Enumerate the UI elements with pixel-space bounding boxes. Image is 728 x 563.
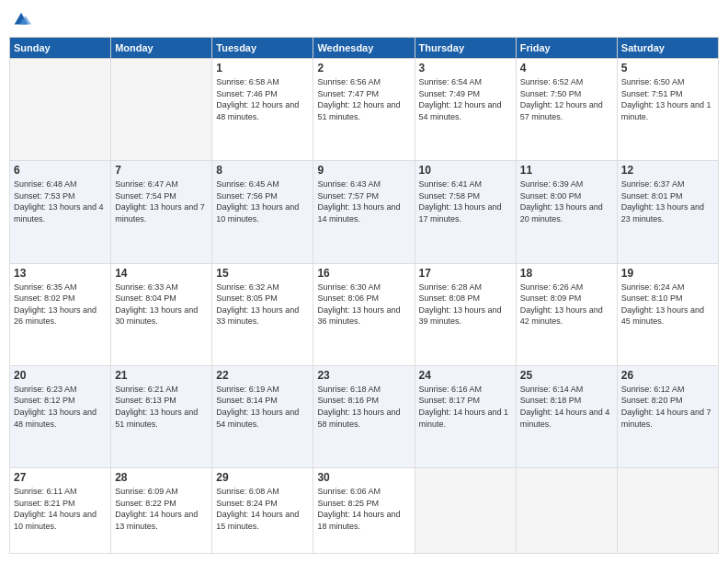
day-number: 9 — [317, 164, 410, 177]
day-info: Sunrise: 6:32 AMSunset: 8:05 PMDaylight:… — [216, 282, 309, 327]
day-info: Sunrise: 6:09 AMSunset: 8:22 PMDaylight:… — [115, 486, 208, 532]
day-info: Sunrise: 6:16 AMSunset: 8:17 PMDaylight:… — [419, 384, 512, 430]
logo-icon — [11, 9, 31, 29]
day-number: 28 — [115, 471, 208, 484]
day-info: Sunrise: 6:54 AMSunset: 7:49 PMDaylight:… — [419, 76, 512, 122]
calendar-cell: 3Sunrise: 6:54 AMSunset: 7:49 PMDaylight… — [415, 59, 516, 161]
day-info: Sunrise: 6:45 AMSunset: 7:56 PMDaylight:… — [216, 178, 309, 224]
day-info: Sunrise: 6:14 AMSunset: 8:18 PMDaylight:… — [520, 384, 613, 430]
day-info: Sunrise: 6:30 AMSunset: 8:06 PMDaylight:… — [317, 282, 410, 327]
day-number: 7 — [115, 164, 208, 177]
day-header-thursday: Thursday — [415, 38, 516, 59]
calendar-cell — [10, 59, 111, 161]
day-number: 22 — [216, 369, 309, 382]
day-number: 30 — [317, 471, 410, 484]
header — [9, 9, 719, 29]
calendar-cell: 22Sunrise: 6:19 AMSunset: 8:14 PMDayligh… — [212, 365, 313, 467]
calendar-cell — [516, 468, 617, 554]
logo — [9, 9, 31, 29]
day-number: 24 — [419, 369, 512, 382]
day-number: 29 — [216, 471, 309, 484]
calendar-cell: 20Sunrise: 6:23 AMSunset: 8:12 PMDayligh… — [10, 365, 111, 467]
day-number: 14 — [115, 267, 208, 280]
day-number: 19 — [621, 267, 714, 280]
calendar-week-row: 20Sunrise: 6:23 AMSunset: 8:12 PMDayligh… — [10, 365, 719, 467]
calendar-cell: 24Sunrise: 6:16 AMSunset: 8:17 PMDayligh… — [415, 365, 516, 467]
day-info: Sunrise: 6:24 AMSunset: 8:10 PMDaylight:… — [621, 282, 714, 327]
day-info: Sunrise: 6:41 AMSunset: 7:58 PMDaylight:… — [419, 178, 512, 224]
day-number: 13 — [14, 267, 107, 280]
calendar-cell — [111, 59, 212, 161]
day-number: 15 — [216, 267, 309, 280]
calendar-cell: 7Sunrise: 6:47 AMSunset: 7:54 PMDaylight… — [111, 161, 212, 263]
day-info: Sunrise: 6:23 AMSunset: 8:12 PMDaylight:… — [14, 384, 107, 430]
day-number: 10 — [419, 164, 512, 177]
calendar-cell: 8Sunrise: 6:45 AMSunset: 7:56 PMDaylight… — [212, 161, 313, 263]
day-number: 2 — [317, 62, 410, 75]
calendar-cell: 29Sunrise: 6:08 AMSunset: 8:24 PMDayligh… — [212, 468, 313, 554]
calendar-cell: 10Sunrise: 6:41 AMSunset: 7:58 PMDayligh… — [415, 161, 516, 263]
day-info: Sunrise: 6:33 AMSunset: 8:04 PMDaylight:… — [115, 282, 208, 327]
day-header-wednesday: Wednesday — [313, 38, 415, 59]
day-header-monday: Monday — [111, 38, 212, 59]
day-info: Sunrise: 6:47 AMSunset: 7:54 PMDaylight:… — [115, 178, 208, 224]
day-info: Sunrise: 6:39 AMSunset: 8:00 PMDaylight:… — [520, 178, 613, 224]
calendar-cell: 19Sunrise: 6:24 AMSunset: 8:10 PMDayligh… — [617, 263, 718, 365]
day-number: 21 — [115, 369, 208, 382]
day-number: 6 — [14, 164, 107, 177]
day-header-tuesday: Tuesday — [212, 38, 313, 59]
day-info: Sunrise: 6:19 AMSunset: 8:14 PMDaylight:… — [216, 384, 309, 430]
day-number: 12 — [621, 164, 714, 177]
day-info: Sunrise: 6:08 AMSunset: 8:24 PMDaylight:… — [216, 486, 309, 532]
calendar-week-row: 13Sunrise: 6:35 AMSunset: 8:02 PMDayligh… — [10, 263, 719, 365]
calendar-cell: 28Sunrise: 6:09 AMSunset: 8:22 PMDayligh… — [111, 468, 212, 554]
day-number: 3 — [419, 62, 512, 75]
day-number: 20 — [14, 369, 107, 382]
calendar-week-row: 6Sunrise: 6:48 AMSunset: 7:53 PMDaylight… — [10, 161, 719, 263]
calendar-cell — [617, 468, 718, 554]
calendar-cell: 6Sunrise: 6:48 AMSunset: 7:53 PMDaylight… — [10, 161, 111, 263]
day-info: Sunrise: 6:21 AMSunset: 8:13 PMDaylight:… — [115, 384, 208, 430]
day-number: 11 — [520, 164, 613, 177]
day-header-sunday: Sunday — [10, 38, 111, 59]
day-number: 16 — [317, 267, 410, 280]
day-info: Sunrise: 6:56 AMSunset: 7:47 PMDaylight:… — [317, 76, 410, 122]
calendar-cell: 26Sunrise: 6:12 AMSunset: 8:20 PMDayligh… — [617, 365, 718, 467]
calendar-cell: 18Sunrise: 6:26 AMSunset: 8:09 PMDayligh… — [516, 263, 617, 365]
day-number: 8 — [216, 164, 309, 177]
calendar-cell: 2Sunrise: 6:56 AMSunset: 7:47 PMDaylight… — [313, 59, 415, 161]
day-info: Sunrise: 6:06 AMSunset: 8:25 PMDaylight:… — [317, 486, 410, 532]
day-number: 27 — [14, 471, 107, 484]
calendar-cell: 1Sunrise: 6:58 AMSunset: 7:46 PMDaylight… — [212, 59, 313, 161]
day-number: 1 — [216, 62, 309, 75]
day-number: 23 — [317, 369, 410, 382]
calendar-cell: 5Sunrise: 6:50 AMSunset: 7:51 PMDaylight… — [617, 59, 718, 161]
day-header-friday: Friday — [516, 38, 617, 59]
calendar-cell: 13Sunrise: 6:35 AMSunset: 8:02 PMDayligh… — [10, 263, 111, 365]
day-number: 4 — [520, 62, 613, 75]
calendar-cell — [415, 468, 516, 554]
calendar-cell: 23Sunrise: 6:18 AMSunset: 8:16 PMDayligh… — [313, 365, 415, 467]
day-info: Sunrise: 6:26 AMSunset: 8:09 PMDaylight:… — [520, 282, 613, 327]
calendar-cell: 16Sunrise: 6:30 AMSunset: 8:06 PMDayligh… — [313, 263, 415, 365]
calendar-header-row: SundayMondayTuesdayWednesdayThursdayFrid… — [10, 38, 719, 59]
calendar-cell: 15Sunrise: 6:32 AMSunset: 8:05 PMDayligh… — [212, 263, 313, 365]
calendar-cell: 11Sunrise: 6:39 AMSunset: 8:00 PMDayligh… — [516, 161, 617, 263]
calendar-cell: 9Sunrise: 6:43 AMSunset: 7:57 PMDaylight… — [313, 161, 415, 263]
day-header-saturday: Saturday — [617, 38, 718, 59]
day-info: Sunrise: 6:12 AMSunset: 8:20 PMDaylight:… — [621, 384, 714, 430]
day-info: Sunrise: 6:18 AMSunset: 8:16 PMDaylight:… — [317, 384, 410, 430]
calendar-page: SundayMondayTuesdayWednesdayThursdayFrid… — [0, 0, 728, 563]
day-number: 26 — [621, 369, 714, 382]
day-info: Sunrise: 6:52 AMSunset: 7:50 PMDaylight:… — [520, 76, 613, 122]
calendar-cell: 30Sunrise: 6:06 AMSunset: 8:25 PMDayligh… — [313, 468, 415, 554]
day-info: Sunrise: 6:28 AMSunset: 8:08 PMDaylight:… — [419, 282, 512, 327]
day-info: Sunrise: 6:58 AMSunset: 7:46 PMDaylight:… — [216, 76, 309, 122]
day-number: 18 — [520, 267, 613, 280]
day-info: Sunrise: 6:35 AMSunset: 8:02 PMDaylight:… — [14, 282, 107, 327]
calendar-cell: 17Sunrise: 6:28 AMSunset: 8:08 PMDayligh… — [415, 263, 516, 365]
day-info: Sunrise: 6:50 AMSunset: 7:51 PMDaylight:… — [621, 76, 714, 122]
day-number: 5 — [621, 62, 714, 75]
day-info: Sunrise: 6:11 AMSunset: 8:21 PMDaylight:… — [14, 486, 107, 532]
day-info: Sunrise: 6:48 AMSunset: 7:53 PMDaylight:… — [14, 178, 107, 224]
